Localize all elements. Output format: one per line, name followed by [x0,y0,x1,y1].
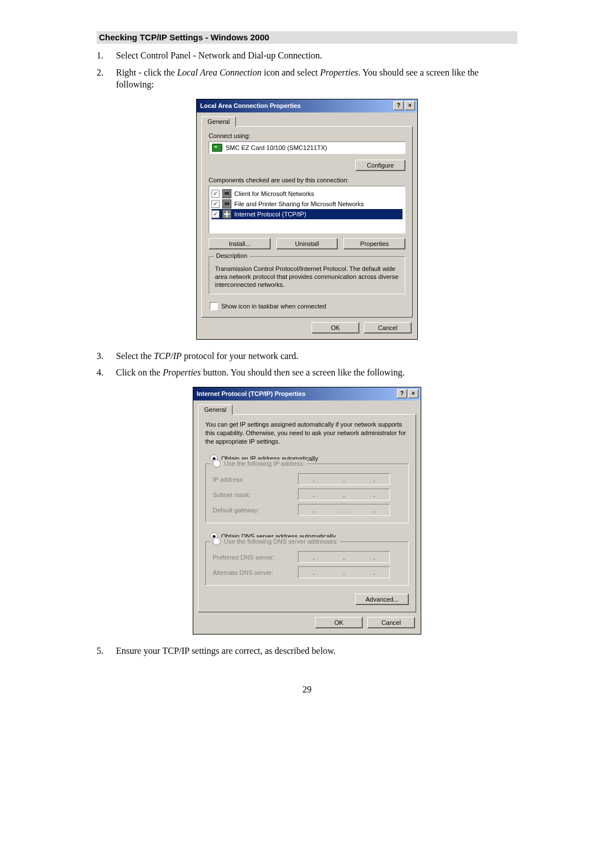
component-label: File and Printer Sharing for Microsoft N… [234,201,364,207]
t: Select the [116,351,154,361]
tab-strip: General [197,112,417,126]
description-legend: Description [214,252,250,259]
step-text: Right - click the Local Area Connection … [116,66,517,91]
close-icon[interactable]: × [405,101,415,110]
uninstall-button[interactable]: Uninstall [276,238,338,249]
ok-button[interactable]: OK [315,617,363,628]
help-icon[interactable]: ? [397,389,407,398]
t: Click on the [116,368,163,377]
t-italic: Properties [163,368,201,377]
step-text: Click on the Properties button. You shou… [116,366,517,379]
cancel-button[interactable]: Cancel [364,322,412,333]
dialog-title: Local Area Connection Properties [200,102,392,109]
network-card-icon [212,144,222,152]
step-number: 3. [97,350,116,362]
radio-label: Use the following IP address: [224,460,305,467]
t-italic: Local Area Connection [177,68,262,77]
t-italic: TCP/IP [154,351,182,361]
advanced-button[interactable]: Advanced... [355,594,409,605]
component-item[interactable]: File and Printer Sharing for Microsoft N… [211,199,403,209]
connect-using-label: Connect using: [209,132,405,139]
t: button. You should then see a screen lik… [201,368,405,377]
install-button[interactable]: Install... [209,238,271,249]
radio-icon[interactable] [213,537,221,545]
close-icon[interactable]: × [408,389,418,398]
titlebar: Local Area Connection Properties ? × [197,99,417,112]
checkbox-icon[interactable] [211,190,219,198]
checkbox-icon[interactable] [210,302,218,310]
info-text: You can get IP settings assigned automat… [205,420,409,446]
radio-label: Use the following DNS server addresses: [224,538,338,545]
cancel-button[interactable]: Cancel [367,617,415,628]
description-text: Transmission Control Protocol/Internet P… [215,265,399,289]
protocol-icon [222,210,231,219]
steps-list-2: 3. Select the TCP/IP protocol for your n… [97,350,517,379]
configure-button[interactable]: Configure [355,160,405,171]
adapter-name: SMC EZ Card 10/100 (SMC1211TX) [226,144,327,151]
components-label: Components checked are used by this conn… [209,177,405,183]
adapter-field: SMC EZ Card 10/100 (SMC1211TX) [209,141,405,154]
dialog-lan-properties: Local Area Connection Properties ? × Gen… [196,99,418,340]
t: protocol for your network card. [182,351,298,361]
tab-general[interactable]: General [201,116,236,127]
component-label: Client for Microsoft Networks [234,190,314,197]
tab-general[interactable]: General [198,404,233,415]
component-item-selected[interactable]: Internet Protocol (TCP/IP) [211,209,403,219]
help-icon[interactable]: ? [393,101,404,110]
pref-dns-label: Preferred DNS server: [213,554,298,561]
step-text: Select the TCP/IP protocol for your netw… [116,350,517,362]
steps-list-1: 1. Select Control Panel - Network and Di… [97,49,517,91]
pref-dns-input: ... [298,551,390,563]
ok-button[interactable]: OK [312,322,359,333]
subnet-label: Subnet mask: [213,491,298,498]
page-number: 29 [97,685,517,695]
step-text: Ensure your TCP/IP settings are correct,… [116,645,517,657]
show-icon-checkbox-row[interactable]: Show icon in taskbar when connected [209,302,405,310]
step-number: 2. [97,66,116,91]
checkbox-icon[interactable] [211,210,219,218]
alt-dns-label: Alternate DNS server: [213,569,298,576]
section-heading-text: Checking TCP/IP Settings - Windows 2000 [99,32,269,42]
show-icon-label: Show icon in taskbar when connected [221,303,326,310]
section-heading: Checking TCP/IP Settings - Windows 2000 [97,31,517,44]
ip-address-input: ... [298,473,390,485]
t: icon and select [262,68,320,77]
steps-list-3: 5. Ensure your TCP/IP settings are corre… [97,645,517,657]
ip-address-label: IP address: [213,476,298,483]
checkbox-icon[interactable] [211,200,219,208]
use-ip-group: Use the following IP address: IP address… [205,464,409,523]
component-label: Internet Protocol (TCP/IP) [234,211,306,218]
use-ip-radio[interactable]: Use the following IP address: [210,460,307,468]
titlebar: Internet Protocol (TCP/IP) Properties ? … [193,387,421,400]
step-number: 4. [97,366,116,379]
t-italic: Properties [320,68,358,77]
step-number: 5. [97,645,116,657]
tab-strip: General [193,400,421,414]
dialog-tcpip-properties: Internet Protocol (TCP/IP) Properties ? … [193,387,421,635]
use-dns-radio[interactable]: Use the following DNS server addresses: [210,537,341,545]
component-item[interactable]: Client for Microsoft Networks [211,189,403,199]
components-listbox[interactable]: Client for Microsoft Networks File and P… [209,186,405,233]
service-icon [222,199,231,208]
properties-button[interactable]: Properties [343,238,405,249]
description-group: Description Transmission Control Protoco… [209,256,405,294]
client-icon [222,189,231,198]
subnet-input: ... [298,489,390,500]
step-text: Select Control Panel - Network and Dial-… [116,49,517,62]
t: Right - click the [116,68,177,77]
alt-dns-input: ... [298,566,390,578]
step-number: 1. [97,49,116,62]
use-dns-group: Use the following DNS server addresses: … [205,541,409,586]
dialog-title: Internet Protocol (TCP/IP) Properties [197,390,396,397]
svg-rect-1 [226,211,227,217]
gateway-label: Default gateway: [213,507,298,514]
radio-icon[interactable] [213,460,221,468]
gateway-input: ... [298,504,390,516]
